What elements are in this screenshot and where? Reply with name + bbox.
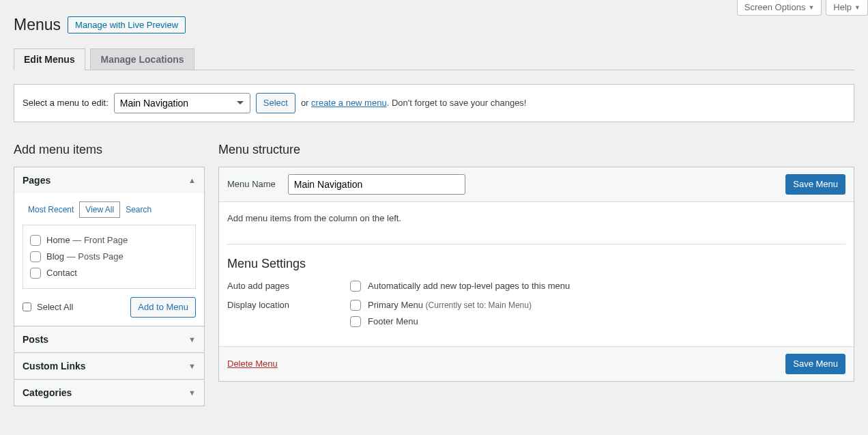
delete-menu-link[interactable]: Delete Menu	[227, 359, 278, 369]
menu-structure-heading: Menu structure	[218, 143, 854, 157]
filter-most-recent[interactable]: Most Recent	[23, 202, 79, 217]
menu-name-input[interactable]	[288, 174, 465, 195]
menu-name-label: Menu Name	[227, 179, 276, 189]
posts-panel-title: Posts	[23, 334, 48, 345]
categories-panel-header[interactable]: Categories ▼	[14, 380, 204, 406]
custom-links-panel-title: Custom Links	[23, 361, 86, 371]
location-primary-option[interactable]: Primary Menu (Currently set to: Main Men…	[350, 300, 532, 311]
display-location-label: Display location	[227, 300, 350, 310]
list-item[interactable]: Contact	[30, 265, 188, 281]
select-button[interactable]: Select	[256, 93, 295, 113]
location-primary-checkbox[interactable]	[350, 300, 361, 311]
screen-options-button[interactable]: Screen Options ▼	[737, 0, 822, 16]
auto-add-option[interactable]: Automatically add new top-level pages to…	[350, 281, 570, 292]
help-label: Help	[833, 2, 852, 12]
reminder-text: . Don't forget to save your changes!	[387, 98, 527, 108]
page-checkbox[interactable]	[30, 268, 41, 279]
list-item[interactable]: Home — Front Page	[30, 232, 188, 249]
menu-select[interactable]: Main Navigation	[114, 93, 250, 113]
save-menu-button-bottom[interactable]: Save Menu	[785, 354, 845, 374]
caret-down-icon: ▼	[808, 4, 814, 11]
pages-panel-title: Pages	[23, 175, 50, 186]
filter-view-all[interactable]: View All	[79, 201, 120, 218]
location-footer-checkbox[interactable]	[350, 316, 361, 327]
filter-search[interactable]: Search	[120, 202, 157, 217]
menu-settings-heading: Menu Settings	[227, 257, 845, 271]
help-button[interactable]: Help ▼	[826, 0, 868, 16]
select-menu-label: Select a menu to edit:	[23, 98, 108, 108]
custom-links-panel-header[interactable]: Custom Links ▼	[14, 353, 204, 379]
add-to-menu-button[interactable]: Add to Menu	[130, 297, 196, 318]
save-menu-button-top[interactable]: Save Menu	[785, 174, 845, 195]
posts-panel-header[interactable]: Posts ▼	[14, 326, 204, 352]
auto-add-label: Auto add pages	[227, 281, 350, 291]
caret-down-icon: ▼	[188, 362, 196, 370]
select-all-label[interactable]: Select All	[23, 302, 73, 312]
page-checkbox[interactable]	[30, 235, 41, 246]
pages-panel-header[interactable]: Pages ▲	[14, 167, 204, 193]
auto-add-checkbox[interactable]	[350, 281, 361, 292]
caret-down-icon: ▼	[188, 335, 196, 343]
select-all-checkbox[interactable]	[23, 303, 31, 311]
caret-down-icon: ▼	[188, 389, 196, 397]
location-footer-option[interactable]: Footer Menu	[350, 316, 532, 327]
list-item[interactable]: Blog — Posts Page	[30, 249, 188, 265]
empty-menu-hint: Add menu items from the column on the le…	[227, 213, 845, 223]
add-items-heading: Add menu items	[14, 143, 205, 157]
or-text: or	[301, 98, 309, 108]
tab-manage-locations[interactable]: Manage Locations	[90, 48, 194, 70]
categories-panel-title: Categories	[23, 387, 72, 398]
page-title: Menus	[14, 15, 61, 36]
caret-up-icon: ▲	[188, 176, 196, 184]
caret-down-icon: ▼	[854, 4, 860, 11]
create-new-menu-link[interactable]: create a new menu	[311, 98, 387, 108]
manage-live-preview-button[interactable]: Manage with Live Preview	[68, 16, 186, 33]
tab-edit-menus[interactable]: Edit Menus	[14, 48, 85, 70]
screen-options-label: Screen Options	[744, 2, 806, 12]
page-checkbox[interactable]	[30, 251, 41, 262]
